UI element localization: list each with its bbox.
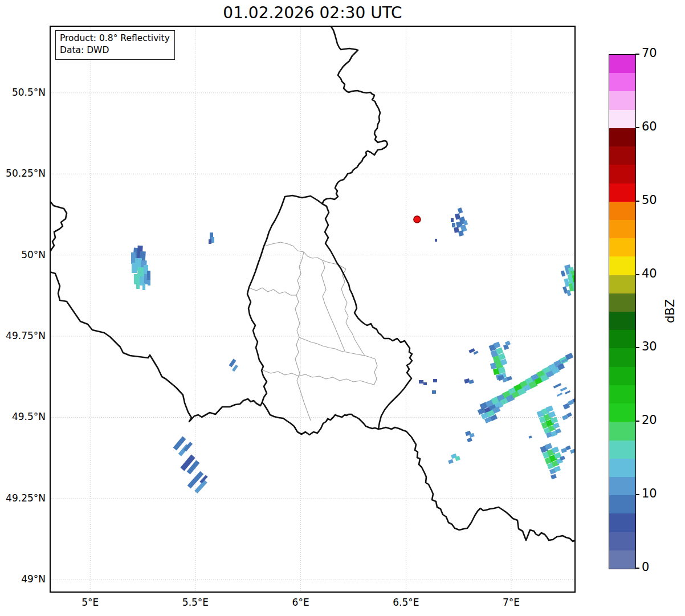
colorbar-tick-label: 70 bbox=[642, 46, 657, 60]
product-label: Product: 0.8° Reflectivity bbox=[60, 32, 170, 44]
colorbar-segment bbox=[609, 91, 635, 110]
colorbar-segment bbox=[609, 330, 635, 349]
x-tick-label: 7°E bbox=[486, 597, 537, 608]
reflectivity-bin bbox=[528, 435, 532, 438]
district-border bbox=[264, 242, 304, 252]
reflectivity-bin bbox=[553, 383, 561, 389]
reflectivity-bin bbox=[551, 474, 557, 480]
colorbar-segment bbox=[609, 495, 635, 514]
reflectivity-bin bbox=[452, 223, 455, 227]
x-tick-label: 6.5°E bbox=[380, 597, 431, 608]
y-tick-label: 50°N bbox=[4, 249, 46, 260]
colorbar-segment bbox=[609, 293, 635, 312]
reflectivity-bin bbox=[419, 380, 423, 384]
reflectivity-bin bbox=[451, 218, 454, 222]
colorbar-tick bbox=[635, 347, 639, 348]
x-tick-label: 5.5°E bbox=[170, 597, 221, 608]
colorbar-tick-label: 60 bbox=[642, 120, 657, 133]
colorbar-segment bbox=[609, 201, 635, 220]
reflectivity-bin bbox=[136, 281, 140, 289]
country-border bbox=[378, 427, 576, 541]
reflectivity-bin bbox=[232, 365, 238, 372]
colorbar-segment bbox=[609, 128, 635, 146]
colorbar-segment bbox=[609, 146, 635, 165]
colorbar-tick-label: 40 bbox=[642, 267, 657, 280]
colorbar-segment bbox=[609, 109, 635, 128]
colorbar-segment bbox=[609, 238, 635, 257]
reflectivity-bin bbox=[433, 379, 437, 382]
colorbar-segment bbox=[609, 403, 635, 422]
y-tick-label: 49°N bbox=[4, 573, 46, 585]
district-border bbox=[295, 252, 304, 337]
reflectivity-bin bbox=[131, 252, 136, 264]
colorbar-tick bbox=[635, 274, 639, 275]
reflectivity-bin bbox=[142, 283, 145, 290]
reflectivity-bin bbox=[132, 263, 137, 273]
colorbar-segment bbox=[609, 366, 635, 385]
district-border bbox=[249, 288, 296, 295]
reflectivity-bin bbox=[560, 387, 568, 392]
y-tick-label: 49.5°N bbox=[4, 411, 46, 422]
y-tick-label: 49.75°N bbox=[4, 330, 46, 341]
colorbar-segment bbox=[609, 440, 635, 459]
colorbar-segment bbox=[609, 532, 635, 550]
district-border bbox=[299, 337, 375, 359]
colorbar-title: dBZ bbox=[662, 285, 679, 337]
colorbar-tick bbox=[635, 54, 639, 55]
y-tick-label: 49.25°N bbox=[4, 492, 46, 504]
reflectivity-bin bbox=[557, 393, 562, 397]
colorbar-tick bbox=[635, 568, 639, 569]
radar-figure: 01.02.2026 02:30 UTC 50.5°N50.25°N50°N49… bbox=[0, 0, 685, 616]
reflectivity-bin bbox=[474, 350, 479, 354]
reflectivity-bin bbox=[565, 390, 570, 394]
reflectivity-bin bbox=[147, 271, 150, 280]
colorbar-tick bbox=[635, 201, 639, 202]
reflectivity-bin bbox=[423, 382, 427, 385]
radar-site-marker bbox=[414, 216, 421, 223]
colorbar-segment bbox=[609, 513, 635, 532]
district-border bbox=[374, 359, 377, 385]
y-tick-label: 50.25°N bbox=[4, 168, 46, 179]
colorbar-tick bbox=[635, 127, 639, 128]
reflectivity-bin bbox=[435, 239, 437, 242]
colorbar-segment bbox=[609, 312, 635, 331]
district-border bbox=[295, 337, 311, 421]
map-canvas bbox=[50, 26, 576, 593]
y-tick-label: 50.5°N bbox=[4, 87, 46, 98]
district-border bbox=[263, 370, 374, 385]
reflectivity-bin bbox=[209, 239, 211, 244]
reflectivity-bin bbox=[467, 438, 472, 442]
figure-title: 01.02.2026 02:30 UTC bbox=[50, 3, 576, 22]
colorbar bbox=[609, 54, 636, 569]
colorbar-segment bbox=[609, 55, 635, 74]
reflectivity-bin bbox=[458, 207, 463, 214]
colorbar-tick bbox=[635, 494, 639, 495]
country-border bbox=[50, 272, 262, 422]
colorbar-tick-label: 20 bbox=[642, 413, 657, 427]
x-tick-label: 5°E bbox=[64, 597, 116, 608]
colorbar-segment bbox=[609, 348, 635, 367]
reflectivity-bin bbox=[432, 390, 436, 394]
colorbar-segment bbox=[609, 256, 635, 275]
colorbar-segment bbox=[609, 550, 635, 569]
reflectivity-bin bbox=[211, 237, 214, 243]
colorbar-segment bbox=[609, 165, 635, 183]
map-plot-area: Product: 0.8° Reflectivity Data: DWD bbox=[50, 26, 576, 593]
colorbar-segment bbox=[609, 219, 635, 238]
district-border bbox=[341, 269, 365, 356]
colorbar-tick-label: 30 bbox=[642, 340, 657, 353]
product-info-box: Product: 0.8° Reflectivity Data: DWD bbox=[55, 30, 175, 60]
colorbar-tick-label: 50 bbox=[642, 193, 657, 207]
colorbar-tick bbox=[635, 421, 639, 422]
reflectivity-bin bbox=[148, 280, 150, 285]
colorbar-segment bbox=[609, 73, 635, 92]
data-source-label: Data: DWD bbox=[60, 44, 170, 56]
colorbar-tick-label: 0 bbox=[642, 560, 649, 574]
colorbar-tick-label: 10 bbox=[642, 487, 657, 500]
colorbar-segment bbox=[609, 476, 635, 495]
reflectivity-bin bbox=[561, 270, 565, 276]
colorbar-segment bbox=[609, 275, 635, 293]
colorbar-segment bbox=[609, 385, 635, 403]
colorbar-segment bbox=[609, 422, 635, 440]
x-tick-label: 6°E bbox=[275, 597, 327, 608]
